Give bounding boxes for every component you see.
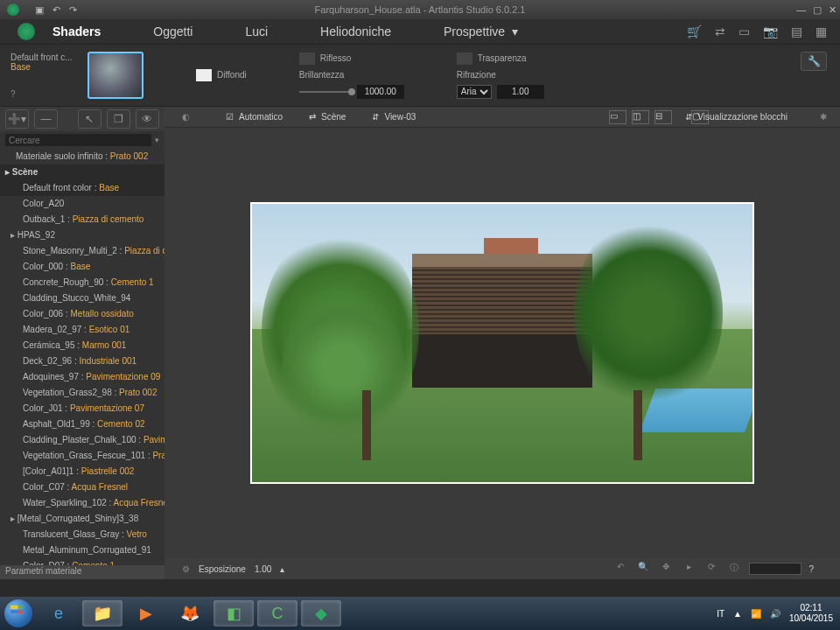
help-button[interactable]: ?: [808, 564, 814, 574]
brilliance-slider[interactable]: [299, 91, 352, 93]
close-button[interactable]: ✕: [829, 4, 836, 16]
tab-shaders[interactable]: Shaders: [52, 24, 101, 38]
tree-item[interactable]: Cerámica_95 : Marmo 001: [0, 338, 164, 354]
titlebar: ▣ ↶ ↷ Farquharson_House.atla - Artlantis…: [0, 0, 840, 19]
tree-item[interactable]: Color_J01 : Pavimentazione 07: [0, 401, 164, 416]
refraction-label: Rifrazione: [457, 70, 544, 80]
task-ie[interactable]: e: [38, 600, 79, 626]
task-artlantis[interactable]: ◆: [301, 600, 341, 626]
duplicate-icon[interactable]: ❐: [107, 109, 130, 129]
tray-network-icon[interactable]: 📶: [751, 609, 761, 619]
tree-item[interactable]: Water_Sparkling_102 : Acqua Fresnel: [0, 495, 164, 511]
start-button[interactable]: [0, 597, 37, 630]
layout3-icon[interactable]: ⊟: [654, 110, 672, 124]
exposure-label: Esposizione: [199, 564, 246, 574]
tray-volume-icon[interactable]: 🔊: [770, 609, 780, 619]
tree-item[interactable]: Color_006 : Metallo ossidato: [0, 306, 164, 322]
refresh-icon[interactable]: ⟳: [704, 562, 719, 576]
task-explorer[interactable]: 📁: [82, 600, 122, 626]
tree-item[interactable]: Metal_Aluminum_Corrugated_91: [0, 542, 164, 558]
scene-selector[interactable]: Scène: [321, 112, 346, 122]
undo-icon[interactable]: ↶: [52, 4, 60, 16]
exposure-up-icon[interactable]: ▴: [280, 564, 284, 574]
tree-item[interactable]: Vegetation_Grass_Fescue_101 : Prato: [0, 448, 164, 464]
camera-icon[interactable]: 📷: [763, 24, 778, 38]
play-icon[interactable]: ▸: [681, 562, 696, 576]
share-icon[interactable]: ⇄: [715, 24, 725, 38]
tree-item[interactable]: Vegetation_Grass2_98 : Prato 002: [0, 385, 164, 401]
task-media[interactable]: ▶: [126, 600, 166, 626]
view-selector[interactable]: View-03: [384, 112, 416, 122]
pan-icon[interactable]: ✥: [658, 562, 674, 576]
nav-back-icon[interactable]: ↶: [612, 562, 628, 576]
add-material-button[interactable]: ➕▾: [5, 109, 29, 129]
tree-item[interactable]: Translucent_Glass_Gray : Vetro: [0, 527, 164, 542]
transparency-row[interactable]: Trasparenza: [457, 52, 544, 65]
gear-icon[interactable]: ⚙: [182, 564, 190, 574]
tree-item[interactable]: Asphalt_Old1_99 : Cemento 02: [0, 416, 164, 432]
display-mode[interactable]: Visualizzazione blocchi: [697, 112, 788, 122]
tree-item[interactable]: Deck_02_96 : Industriale 001: [0, 354, 164, 369]
viewport[interactable]: [164, 128, 840, 558]
remove-material-button[interactable]: —: [34, 109, 58, 129]
visibility-icon[interactable]: 👁: [136, 109, 159, 129]
tree-item[interactable]: Color_A20: [0, 196, 164, 212]
tree-item[interactable]: Cladding_Plaster_Chalk_100 : Pavimer: [0, 432, 164, 448]
tab-oggetti[interactable]: Oggetti: [153, 24, 192, 38]
refraction-medium[interactable]: Aria: [457, 85, 492, 99]
save-icon[interactable]: ▣: [35, 4, 44, 16]
tool-wrench-icon[interactable]: 🔧: [801, 52, 827, 71]
exposure-value[interactable]: 1.00: [255, 564, 271, 574]
tree-item[interactable]: Concrete_Rough_90 : Cemento 1: [0, 275, 164, 290]
tree-item[interactable]: Cladding_Stucco_White_94: [0, 290, 164, 306]
task-app1[interactable]: ◧: [214, 600, 254, 626]
panel-icon[interactable]: ▦: [816, 24, 827, 38]
search-input[interactable]: [5, 134, 151, 146]
tree-item[interactable]: Color_000 : Base: [0, 259, 164, 275]
zoom-icon[interactable]: 🔍: [635, 562, 651, 576]
tab-luci[interactable]: Luci: [245, 24, 268, 38]
layout1-icon[interactable]: ▭: [609, 110, 626, 124]
tray-lang[interactable]: IT: [717, 609, 724, 619]
tree-item[interactable]: Default front color : Base: [0, 180, 164, 196]
tab-heliodoniche[interactable]: Heliodoniche: [320, 24, 391, 38]
tree-item[interactable]: Stone_Masonry_Multi_2 : Piazza di cer: [0, 243, 164, 259]
progress-slot: [749, 563, 802, 575]
layout2-icon[interactable]: ◫: [632, 110, 649, 124]
tree-item[interactable]: ▸ HPAS_92: [0, 228, 164, 243]
info-icon[interactable]: ⓘ: [726, 562, 742, 576]
brilliance-value[interactable]: 1000.00: [357, 85, 404, 99]
redo-icon[interactable]: ↷: [69, 4, 77, 16]
material-preview-thumb[interactable]: [88, 52, 144, 99]
cart-icon[interactable]: 🛒: [687, 24, 702, 38]
tree-item[interactable]: Color_C07 : Acqua Fresnel: [0, 480, 164, 495]
minimize-button[interactable]: —: [796, 4, 806, 16]
window-icon[interactable]: ▭: [738, 24, 750, 38]
tree-item[interactable]: Adoquines_97 : Pavimentazione 09: [0, 369, 164, 385]
task-firefox[interactable]: 🦊: [170, 600, 210, 626]
diffuse-row[interactable]: Diffondi: [196, 69, 247, 81]
maximize-button[interactable]: ▢: [813, 4, 822, 16]
tree-ground-material[interactable]: Materiale suolo infinito : Prato 002: [0, 149, 164, 164]
taskbar[interactable]: e 📁 ▶ 🦊 ◧ C ◆ IT ▲ 📶 🔊 02:1110/04/2015: [0, 597, 840, 630]
tree-item[interactable]: Color_D07 : Cemento 1: [0, 558, 164, 565]
material-tree[interactable]: Materiale suolo infinito : Prato 002 ▸ S…: [0, 149, 164, 565]
tree-item[interactable]: Madera_02_97 : Esotico 01: [0, 322, 164, 338]
task-app2[interactable]: C: [257, 600, 298, 626]
tree-scene-root[interactable]: ▸ Scène: [0, 164, 164, 180]
spinner-icon: ◐: [182, 112, 200, 122]
tree-item[interactable]: ▸ [Metal_Corrugated_Shiny]3_38: [0, 511, 164, 527]
refraction-value[interactable]: 1.00: [497, 85, 544, 99]
tree-item[interactable]: Outback_1 : Piazza di cemento: [0, 212, 164, 228]
search-dropdown-icon[interactable]: ▾: [155, 136, 159, 144]
reflection-row[interactable]: Riflesso: [299, 52, 404, 65]
sun-icon[interactable]: ✱: [820, 112, 827, 122]
tray-clock[interactable]: 02:1110/04/2015: [789, 603, 833, 624]
tab-prospettive[interactable]: Prospettive ▾: [444, 24, 518, 38]
movie-icon[interactable]: ▤: [791, 24, 802, 38]
help-icon[interactable]: ?: [10, 89, 84, 99]
auto-checkbox[interactable]: ☑: [226, 112, 234, 122]
tray-flag-icon[interactable]: ▲: [733, 609, 742, 619]
cursor-tool-icon[interactable]: ↖: [78, 109, 102, 129]
tree-item[interactable]: [Color_A01]1 : Piastrelle 002: [0, 464, 164, 480]
